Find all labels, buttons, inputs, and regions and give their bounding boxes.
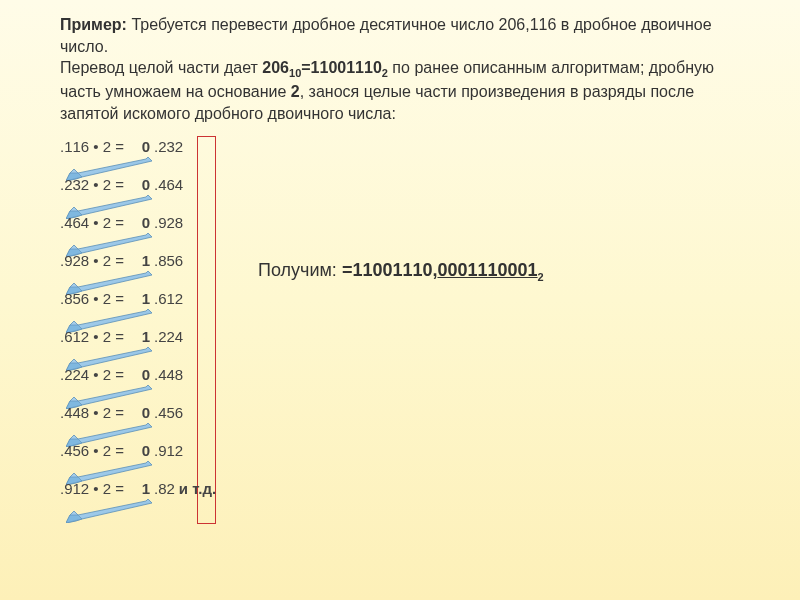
calc-left: .612 • 2 = — [60, 328, 138, 345]
calc-int-digit: 1 — [138, 480, 154, 497]
arrow-icon — [66, 497, 154, 523]
calc-left: .928 • 2 = — [60, 252, 138, 269]
calculation-area: .116 • 2 = 0.232 .232 • 2 = 0.464 .464 •… — [60, 138, 740, 518]
calc-left: .116 • 2 = — [60, 138, 138, 155]
result-line: Получим: =11001110,00011100012 — [258, 260, 544, 283]
calc-left: .456 • 2 = — [60, 442, 138, 459]
calc-int-digit: 0 — [138, 404, 154, 421]
header-text-2: Перевод целой части дает — [60, 59, 262, 76]
example-header: Пример: Требуется перевести дробное деся… — [60, 14, 740, 124]
calc-left: .464 • 2 = — [60, 214, 138, 231]
calc-left: .232 • 2 = — [60, 176, 138, 193]
calc-int-digit: 0 — [138, 442, 154, 459]
calc-row: .856 • 2 = 1.612 — [60, 290, 740, 328]
calc-int-digit: 1 — [138, 328, 154, 345]
calc-right: .928 — [154, 214, 183, 231]
calc-int-digit: 0 — [138, 138, 154, 155]
calc-right: .612 — [154, 290, 183, 307]
svg-marker-18 — [66, 499, 152, 523]
calc-right: .448 — [154, 366, 183, 383]
calc-int-digit: 1 — [138, 290, 154, 307]
etc-label: и т.д. — [179, 480, 216, 497]
calc-right: .224 — [154, 328, 183, 345]
header-text-1: Требуется перевести дробное десятичное ч… — [60, 16, 712, 55]
calc-left: .856 • 2 = — [60, 290, 138, 307]
label-primer: Пример: — [60, 16, 127, 33]
calc-int-digit: 1 — [138, 252, 154, 269]
result-frac: 0001110001 — [437, 260, 537, 280]
result-int: =11001110, — [342, 260, 438, 280]
calc-right: .464 — [154, 176, 183, 193]
sub-10: 10 — [289, 67, 301, 79]
calc-row: .232 • 2 = 0.464 — [60, 176, 740, 214]
calc-right: .912 — [154, 442, 183, 459]
calc-right: .82 — [154, 480, 175, 497]
int-dec: 206 — [262, 59, 289, 76]
calc-int-digit: 0 — [138, 366, 154, 383]
calc-row: .448 • 2 = 0.456 — [60, 404, 740, 442]
calc-left: .912 • 2 = — [60, 480, 138, 497]
calc-left: .224 • 2 = — [60, 366, 138, 383]
calc-right: .232 — [154, 138, 183, 155]
result-sub: 2 — [538, 271, 544, 283]
calc-int-digit: 0 — [138, 214, 154, 231]
result-label: Получим: — [258, 260, 342, 280]
int-bin: =11001110 — [301, 59, 382, 76]
calc-right: .856 — [154, 252, 183, 269]
calc-row: .464 • 2 = 0.928 — [60, 214, 740, 252]
calc-row: .116 • 2 = 0.232 — [60, 138, 740, 176]
calc-left: .448 • 2 = — [60, 404, 138, 421]
base-2: 2 — [291, 83, 300, 100]
calc-row: .912 • 2 = 1.82 и т.д. — [60, 480, 740, 518]
calc-right: .456 — [154, 404, 183, 421]
calc-int-digit: 0 — [138, 176, 154, 193]
calc-row: .612 • 2 = 1.224 — [60, 328, 740, 366]
svg-marker-19 — [66, 515, 82, 523]
calc-row: .456 • 2 = 0.912 — [60, 442, 740, 480]
calc-row: .224 • 2 = 0.448 — [60, 366, 740, 404]
